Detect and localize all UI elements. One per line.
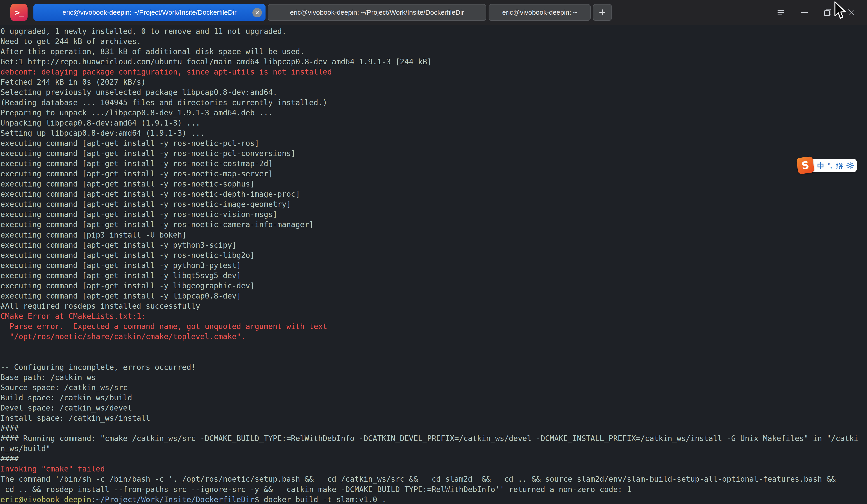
plus-icon bbox=[598, 8, 607, 17]
terminal-line: "/opt/ros/noetic/share/catkin/cmake/topl… bbox=[0, 332, 867, 342]
terminal-line: executing command [apt-get install -y ro… bbox=[0, 169, 867, 179]
terminal-line: executing command [apt-get install -y li… bbox=[0, 291, 867, 301]
terminal-line: (Reading database ... 104945 files and d… bbox=[0, 98, 867, 108]
close-window-button[interactable] bbox=[847, 8, 856, 17]
shell-prompt-line: eric@vivobook-deepin:~/Project/Work/Insi… bbox=[0, 494, 867, 504]
terminal-line: Install space: /catkin_ws/install bbox=[0, 413, 867, 423]
terminal-line: executing command [apt-get install -y ro… bbox=[0, 189, 867, 199]
terminal-line: Base path: /catkin_ws bbox=[0, 372, 867, 383]
terminal-line: executing command [apt-get install -y li… bbox=[0, 281, 867, 291]
terminal-line: Invoking "cmake" failed bbox=[0, 464, 867, 474]
tab-label: eric@vivobook-deepin: ~ bbox=[502, 9, 577, 16]
terminal-line: #All required rosdeps installed successf… bbox=[0, 301, 867, 311]
minimize-icon bbox=[800, 8, 809, 17]
mouse-cursor bbox=[834, 1, 848, 23]
terminal-line: Build space: /catkin_ws/build bbox=[0, 393, 867, 403]
terminal-line: executing command [apt-get install -y ro… bbox=[0, 179, 867, 189]
tab-label: eric@vivobook-deepin: ~/Project/Work/Ins… bbox=[62, 9, 236, 16]
terminal-line: After this operation, 831 kB of addition… bbox=[0, 46, 867, 57]
terminal-line: #### bbox=[0, 423, 867, 433]
restore-icon bbox=[823, 8, 832, 17]
new-tab-button[interactable] bbox=[593, 4, 612, 21]
terminal-line: executing command [apt-get install -y ro… bbox=[0, 219, 867, 230]
ime-chinese-mode-button[interactable] bbox=[817, 162, 824, 169]
terminal-line: Get:1 http://repo.huaweicloud.com/ubuntu… bbox=[0, 57, 867, 67]
tab-label: eric@vivobook-deepin: ~/Project/Work/Ins… bbox=[290, 9, 464, 16]
cursor-arrow-icon bbox=[834, 1, 848, 22]
terminal-line: executing command [apt-get install -y ro… bbox=[0, 138, 867, 148]
chinese-char-zhong-icon bbox=[817, 162, 824, 169]
tab-close-button[interactable] bbox=[253, 8, 262, 18]
gear-icon bbox=[846, 162, 854, 169]
terminal-line: Fetched 244 kB in 0s (2027 kB/s) bbox=[0, 77, 867, 87]
ime-punctuation-button[interactable]: °, bbox=[828, 162, 832, 169]
close-icon bbox=[255, 10, 259, 15]
terminal-line: executing command [apt-get install -y ro… bbox=[0, 148, 867, 159]
terminal-line: #### Running command: "cmake /catkin_ws/… bbox=[0, 433, 867, 443]
restore-button[interactable] bbox=[823, 8, 832, 17]
terminal-line bbox=[0, 352, 867, 362]
terminal-line: Unpacking libpcap0.8-dev:amd64 (1.9.1-3)… bbox=[0, 118, 867, 128]
terminal-line: executing command [apt-get install -y ro… bbox=[0, 199, 867, 209]
terminal-line: executing command [apt-get install -y py… bbox=[0, 260, 867, 270]
terminal-line: executing command [apt-get install -y py… bbox=[0, 240, 867, 250]
chinese-char-pin-icon bbox=[835, 162, 843, 169]
prompt-user: eric@vivobook-deepin bbox=[0, 495, 91, 504]
prompt-command: $ docker build -t slam:v1.0 . bbox=[255, 495, 386, 504]
terminal-line: Selecting previously unselected package … bbox=[0, 87, 867, 97]
terminal-line bbox=[0, 342, 867, 352]
minimize-button[interactable] bbox=[800, 8, 809, 17]
terminal-line: executing command [apt-get install -y ro… bbox=[0, 159, 867, 169]
terminal-line: Devel space: /catkin_ws/devel bbox=[0, 403, 867, 413]
terminal-line: Parse error. Expected a command name, go… bbox=[0, 321, 867, 332]
terminal-line: debconf: delaying package configuration,… bbox=[0, 67, 867, 77]
titlebar: >_ eric@vivobook-deepin: ~/Project/Work/… bbox=[0, 0, 867, 25]
terminal-line: executing command [apt-get install -y ro… bbox=[0, 250, 867, 260]
tab-home[interactable]: eric@vivobook-deepin: ~ bbox=[489, 4, 591, 21]
terminal-line: Setting up libpcap0.8-dev:amd64 (1.9.1-3… bbox=[0, 128, 867, 138]
ime-indicator: °, S bbox=[797, 157, 857, 175]
ime-toolbar: °, bbox=[809, 159, 857, 172]
ime-pinyin-button[interactable] bbox=[835, 162, 843, 169]
close-icon bbox=[847, 8, 856, 17]
prompt-path: ~/Project/Work/Insite/DockerfileDir bbox=[96, 495, 255, 504]
menu-icon bbox=[776, 8, 785, 17]
terminal-line: The command '/bin/sh -c /bin/bash -c '. … bbox=[0, 474, 867, 484]
terminal-line: Source space: /catkin_ws/src bbox=[0, 383, 867, 393]
terminal-line: n_ws/build" bbox=[0, 443, 867, 454]
terminal-line: executing command [apt-get install -y ro… bbox=[0, 209, 867, 219]
terminal-line: executing command [apt-get install -y li… bbox=[0, 270, 867, 281]
menu-button[interactable] bbox=[776, 8, 785, 17]
terminal-app-icon: >_ bbox=[10, 4, 28, 21]
ime-settings-button[interactable] bbox=[846, 162, 854, 169]
terminal-line: Preparing to unpack .../libpcap0.8-dev_1… bbox=[0, 108, 867, 118]
terminal-line: CMake Error at CMakeLists.txt:1: bbox=[0, 311, 867, 321]
terminal-line: 0 upgraded, 1 newly installed, 0 to remo… bbox=[0, 26, 867, 36]
tab-active-dockerfiledir[interactable]: eric@vivobook-deepin: ~/Project/Work/Ins… bbox=[33, 4, 266, 21]
terminal-line: -- Configuring incomplete, errors occurr… bbox=[0, 362, 867, 372]
terminal-output[interactable]: 0 upgraded, 1 newly installed, 0 to remo… bbox=[0, 25, 867, 504]
prompt-separator: : bbox=[91, 495, 96, 504]
terminal-line: Need to get 244 kB of archives. bbox=[0, 36, 867, 46]
tab-dockerfiledir-2[interactable]: eric@vivobook-deepin: ~/Project/Work/Ins… bbox=[268, 4, 486, 21]
terminal-line: executing command [pip3 install -U bokeh… bbox=[0, 230, 867, 240]
terminal-line: #### bbox=[0, 454, 867, 464]
sogou-logo[interactable]: S bbox=[796, 156, 814, 174]
terminal-line: cd .. && rosdep install --from-paths src… bbox=[0, 484, 867, 494]
